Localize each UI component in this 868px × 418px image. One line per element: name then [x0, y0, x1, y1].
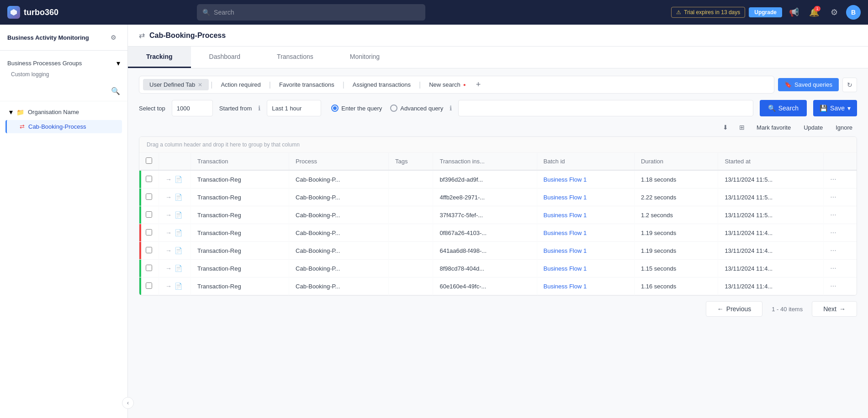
- batch-id-link[interactable]: Business Flow 1: [544, 265, 587, 272]
- table-row: → 📄 Transaction-Reg Cab-Booking-P... 0f8…: [139, 224, 857, 242]
- avatar[interactable]: B: [846, 5, 861, 20]
- query-input[interactable]: [458, 100, 753, 116]
- row-tags: [389, 224, 433, 242]
- row-menu-icon[interactable]: ···: [830, 229, 836, 236]
- started-from-select[interactable]: Last 1 hour Last 6 hours Last 24 hours L…: [267, 100, 321, 116]
- batch-id-link[interactable]: Business Flow 1: [544, 283, 587, 290]
- download-button[interactable]: ⬇: [719, 122, 732, 133]
- table-row: → 📄 Transaction-Reg Cab-Booking-P... 4ff…: [139, 188, 857, 206]
- ignore-button[interactable]: Ignore: [831, 122, 857, 133]
- save-button[interactable]: 💾 Save ▾: [813, 100, 857, 116]
- refresh-icon: ↻: [847, 81, 852, 89]
- global-search-input[interactable]: [214, 9, 420, 16]
- sidebar-header: Business Activity Monitoring ⚙: [0, 25, 127, 51]
- batch-id-link[interactable]: Business Flow 1: [544, 247, 587, 254]
- row-menu-icon[interactable]: ···: [830, 282, 836, 290]
- select-top-input[interactable]: [172, 100, 213, 116]
- subtab-new-search[interactable]: New search ●: [423, 79, 472, 90]
- saved-queries-button[interactable]: 🔖 Saved queries: [778, 78, 839, 91]
- sidebar-collapse-button[interactable]: ‹: [122, 397, 134, 409]
- notifications-bell-button[interactable]: 🔔 1: [806, 4, 822, 21]
- row-menu-icon[interactable]: ···: [830, 211, 836, 219]
- dot-indicator: ●: [463, 82, 466, 87]
- row-doc-icon[interactable]: 📄: [175, 247, 182, 254]
- batch-id-link[interactable]: Business Flow 1: [544, 176, 587, 183]
- row-checkbox[interactable]: [146, 229, 152, 235]
- radio-enter-query[interactable]: Enter the query: [331, 104, 382, 112]
- search-icon-sidebar[interactable]: 🔍: [7, 87, 120, 95]
- row-action-buttons: → 📄: [165, 176, 184, 183]
- download-icon: ⬇: [723, 124, 728, 131]
- upgrade-button[interactable]: Upgrade: [749, 7, 782, 17]
- batch-id-link[interactable]: Business Flow 1: [544, 230, 587, 236]
- row-checkbox-cell: [139, 206, 159, 224]
- row-checkbox[interactable]: [146, 193, 152, 200]
- row-doc-icon[interactable]: 📄: [175, 211, 182, 219]
- subtab-favorite-transactions[interactable]: Favorite transactions: [273, 79, 341, 90]
- sidebar-section-header[interactable]: Business Processes Groups ▾: [7, 56, 120, 70]
- row-transaction-ins: 641aa6d8-f498-...: [433, 242, 537, 260]
- sidebar-divider: [0, 101, 127, 101]
- mark-favorite-button[interactable]: Mark favorite: [752, 122, 795, 133]
- radio-advanced-query[interactable]: Advanced query: [390, 104, 443, 112]
- sidebar-settings-button[interactable]: ⚙: [107, 32, 120, 43]
- row-navigate-icon[interactable]: →: [165, 211, 172, 219]
- row-process: Cab-Booking-P...: [289, 206, 389, 224]
- subtab-user-defined[interactable]: User Defined Tab ✕: [143, 79, 209, 90]
- row-started-at: 13/11/2024 11:4...: [718, 224, 824, 242]
- tab-tracking[interactable]: Tracking: [128, 47, 191, 68]
- tab-dashboard[interactable]: Dashboard: [191, 47, 259, 68]
- row-action-buttons: → 📄: [165, 265, 184, 272]
- sidebar-org-row[interactable]: ▾ 📁 Organisation Name: [5, 105, 122, 119]
- next-button[interactable]: Next →: [812, 301, 857, 317]
- th-transaction-ins: Transaction ins...: [433, 153, 537, 170]
- row-checkbox[interactable]: [146, 211, 152, 218]
- row-action-buttons: → 📄: [165, 193, 184, 201]
- add-subtab-button[interactable]: +: [474, 80, 483, 89]
- batch-id-link[interactable]: Business Flow 1: [544, 212, 587, 219]
- update-button[interactable]: Update: [799, 122, 827, 133]
- subtab-close-icon[interactable]: ✕: [198, 82, 202, 88]
- row-navigate-icon[interactable]: →: [165, 176, 172, 183]
- row-navigate-icon[interactable]: →: [165, 229, 172, 236]
- select-all-checkbox[interactable]: [146, 157, 152, 164]
- batch-id-link[interactable]: Business Flow 1: [544, 194, 587, 201]
- grid-layout-button[interactable]: ⊞: [736, 122, 748, 133]
- row-navigate-icon[interactable]: →: [165, 193, 172, 201]
- search-button[interactable]: 🔍 Search: [760, 100, 807, 116]
- tab-transactions[interactable]: Transactions: [259, 47, 332, 68]
- row-navigate-icon[interactable]: →: [165, 265, 172, 272]
- row-menu-icon[interactable]: ···: [830, 175, 836, 183]
- sidebar-item-cab-booking[interactable]: ⇄ Cab-Booking-Process: [5, 120, 122, 133]
- app-logo[interactable]: turbo360: [7, 6, 71, 19]
- chevron-down-save: ▾: [847, 104, 851, 112]
- subtab-action-required[interactable]: Action required: [214, 79, 267, 90]
- row-doc-icon[interactable]: 📄: [175, 176, 182, 183]
- row-batch-id: Business Flow 1: [537, 224, 634, 242]
- row-checkbox[interactable]: [146, 282, 152, 289]
- row-navigate-icon[interactable]: →: [165, 247, 172, 254]
- notifications-megaphone-button[interactable]: 📢: [786, 4, 802, 21]
- previous-button[interactable]: ← Previous: [706, 301, 762, 317]
- row-menu-icon[interactable]: ···: [830, 246, 836, 254]
- row-transaction-ins: 4ffb2ee8-2971-...: [433, 188, 537, 206]
- row-checkbox[interactable]: [146, 265, 152, 271]
- tab-monitoring[interactable]: Monitoring: [332, 47, 398, 68]
- row-menu-icon[interactable]: ···: [830, 193, 836, 201]
- row-checkbox[interactable]: [146, 176, 152, 182]
- row-navigate-icon[interactable]: →: [165, 282, 172, 290]
- row-doc-icon[interactable]: 📄: [175, 282, 182, 290]
- subtab-label: Assigned transactions: [353, 81, 411, 88]
- transactions-table-container: Drag a column header and drop it here to…: [139, 136, 857, 296]
- row-menu-icon[interactable]: ···: [830, 264, 836, 272]
- row-doc-icon[interactable]: 📄: [175, 193, 182, 201]
- row-actions-cell: → 📄: [159, 242, 191, 260]
- global-search-bar[interactable]: 🔍: [197, 4, 425, 21]
- row-doc-icon[interactable]: 📄: [175, 265, 182, 272]
- refresh-button[interactable]: ↻: [842, 78, 857, 92]
- row-checkbox[interactable]: [146, 247, 152, 253]
- row-doc-icon[interactable]: 📄: [175, 229, 182, 236]
- subtab-assigned-transactions[interactable]: Assigned transactions: [346, 79, 417, 90]
- process-icon: ⇄: [20, 123, 25, 130]
- settings-button[interactable]: ⚙: [826, 4, 842, 21]
